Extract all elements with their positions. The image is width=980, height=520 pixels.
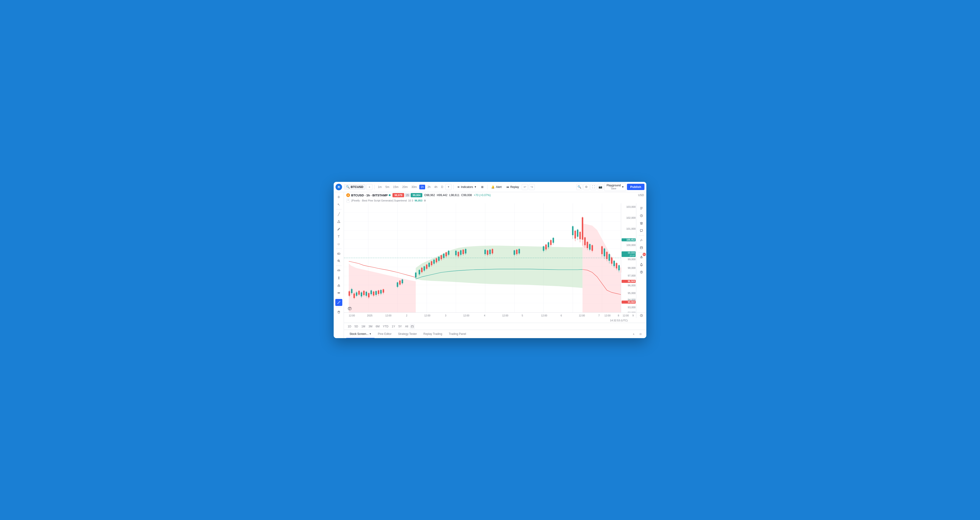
tf-15m[interactable]: 15m — [392, 185, 400, 189]
dropdown-icon: ▼ — [369, 333, 371, 335]
search-right-button[interactable] — [638, 237, 645, 244]
publish-button[interactable]: Publish — [627, 184, 644, 190]
add-symbol-button[interactable]: ＋ — [366, 184, 372, 190]
lock-tool[interactable] — [335, 282, 342, 289]
svg-rect-60 — [421, 268, 423, 272]
tf-3m-button[interactable]: 3M — [367, 324, 374, 328]
app-logo[interactable] — [336, 184, 342, 190]
tf-20m[interactable]: 20m — [401, 185, 409, 189]
tf-4h[interactable]: 4h — [433, 185, 439, 189]
tf-5d-button[interactable]: 5D — [353, 324, 360, 328]
bell-button[interactable] — [638, 261, 645, 268]
history-button[interactable] — [638, 212, 645, 219]
tf-1y-button[interactable]: 1Y — [390, 324, 397, 328]
tf-all-button[interactable]: All — [404, 324, 409, 328]
chat-button[interactable] — [638, 227, 645, 234]
fullscreen-button[interactable]: ⛶ — [590, 184, 597, 190]
svg-rect-56 — [415, 273, 417, 277]
separator-1 — [336, 209, 342, 209]
svg-rect-86 — [458, 252, 459, 256]
sell-button[interactable]: 98,979 — [393, 193, 404, 197]
anchor-tool[interactable] — [335, 274, 342, 281]
tf-1h[interactable]: 1h — [419, 185, 425, 189]
eraser-tool[interactable] — [335, 250, 342, 257]
svg-rect-132 — [589, 244, 590, 250]
tab-label-stock: Stock Screen... — [350, 332, 368, 336]
buy-button[interactable]: 99,004 — [410, 193, 422, 197]
tf-D[interactable]: D — [440, 185, 445, 189]
calendar-right-button[interactable] — [638, 244, 645, 251]
text-tool[interactable]: T — [335, 233, 342, 240]
tab-pine-editor[interactable]: Pine Editor — [374, 330, 395, 338]
popout-panel-button[interactable]: ⊡ — [637, 331, 644, 338]
watchlist-button[interactable] — [638, 205, 645, 212]
playground-save-button[interactable]: Playground Save ▼ — [605, 183, 626, 191]
shapes-tool[interactable] — [335, 218, 342, 225]
tab-label-replay: Replay Trading — [423, 332, 442, 336]
expand-indicator-button[interactable]: ^ — [346, 199, 350, 202]
symbol-info: ₿ BTCUSD · 1h · BITSTAMP — [346, 193, 391, 197]
tf-5m[interactable]: 5m — [384, 185, 391, 189]
link-tool[interactable] — [335, 299, 342, 306]
tf-1d-button[interactable]: 1D — [346, 324, 353, 328]
cursor-tool[interactable]: ↖ — [335, 201, 342, 208]
redo-button[interactable]: ↪ — [529, 184, 535, 190]
price-level-95000: 95,000 — [622, 292, 636, 295]
svg-rect-64 — [426, 265, 428, 269]
tf-2h[interactable]: 2h — [426, 185, 432, 189]
svg-rect-36 — [368, 293, 369, 297]
zoom-tool[interactable] — [335, 257, 342, 265]
tab-replay-trading[interactable]: Replay Trading — [420, 330, 445, 338]
measure-tool[interactable] — [335, 267, 342, 274]
indicators-button[interactable]: ≋ Indicators ▼ — [455, 184, 478, 190]
svg-text:12:00: 12:00 — [463, 314, 469, 317]
leverage-badge: 25 — [405, 193, 410, 197]
tf-ytd-button[interactable]: YTD — [382, 324, 390, 328]
templates-button[interactable]: ⊞ — [479, 184, 485, 190]
pen-tool[interactable] — [335, 225, 342, 233]
indicator-settings-icon[interactable]: ⚙ — [424, 199, 426, 202]
current-price-label: 100,452 — [622, 238, 636, 241]
svg-rect-46 — [380, 290, 382, 293]
alert-label: Alert — [496, 185, 502, 189]
tf-6m-button[interactable]: 6M — [374, 324, 381, 328]
symbol-label: BTCUSD — [351, 185, 363, 189]
template-icon: ⊞ — [481, 185, 484, 189]
playground-save-container: Playground Save — [606, 184, 620, 190]
snapshot-button[interactable]: 📷 — [597, 184, 603, 190]
search-chart-button[interactable]: 🔍 — [576, 184, 582, 190]
date-range-button[interactable] — [410, 324, 415, 329]
timeframe-more-button[interactable]: ▼ — [445, 184, 452, 190]
svg-rect-38 — [371, 290, 372, 294]
indicator-params: 10 3 — [408, 199, 413, 202]
symbol-search[interactable]: 🔍 BTCUSD — [344, 184, 365, 190]
svg-rect-92 — [465, 249, 466, 254]
replay-button[interactable]: ⏮ Replay — [504, 184, 521, 190]
trash-tool[interactable] — [335, 309, 342, 315]
line-tool[interactable]: ╱ — [335, 211, 342, 217]
help-button[interactable] — [638, 269, 645, 276]
save-label: Save — [611, 187, 616, 190]
undo-button[interactable]: ↩ — [522, 184, 528, 190]
tf-30m[interactable]: 30m — [410, 185, 418, 189]
svg-rect-72 — [436, 258, 437, 262]
tab-trading-panel[interactable]: Trading Panel — [445, 330, 469, 338]
collapse-panel-button[interactable]: ∧ — [630, 331, 637, 338]
tab-stock-screener[interactable]: Stock Screen... ▼ — [346, 330, 374, 338]
svg-rect-130 — [587, 242, 588, 248]
svg-text:2: 2 — [406, 314, 407, 317]
layers-button[interactable] — [638, 220, 645, 227]
svg-rect-76 — [441, 255, 442, 259]
emoji-tool[interactable]: ☺ — [335, 240, 342, 247]
eye-tool[interactable] — [335, 289, 342, 296]
tf-1m[interactable]: 1m — [376, 185, 383, 189]
alert-button[interactable]: 🔔 Alert — [489, 184, 504, 190]
svg-rect-128 — [584, 237, 585, 245]
crosshair-tool[interactable]: ✛ — [335, 193, 342, 201]
chart-canvas[interactable]: ⑰ 103,000 102,000 101,000 100,452 100,00… — [344, 203, 636, 312]
settings-button[interactable]: ⚙ — [583, 184, 589, 190]
svg-rect-98 — [489, 250, 491, 254]
tf-5y-button[interactable]: 5Y — [397, 324, 403, 328]
tf-1m-button[interactable]: 1M — [360, 324, 367, 328]
tab-strategy-tester[interactable]: Strategy Tester — [395, 330, 420, 338]
